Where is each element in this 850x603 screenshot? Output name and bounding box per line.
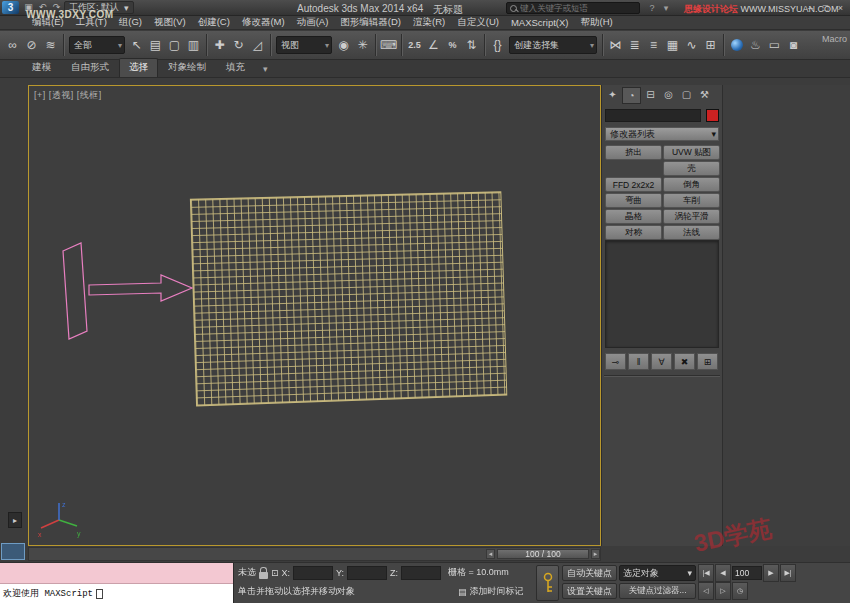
window-crossing-icon[interactable]: ▥ bbox=[184, 35, 203, 55]
scene-plane-object[interactable] bbox=[63, 243, 87, 339]
z-coordinate-field[interactable] bbox=[401, 566, 441, 580]
time-tag-group[interactable]: ▤ 添加时间标记 bbox=[458, 584, 524, 599]
tab-object-paint[interactable]: 对象绘制 bbox=[158, 58, 216, 77]
frame-back-icon[interactable]: ◂ bbox=[486, 549, 495, 559]
modifier-button-lathe[interactable]: 车削 bbox=[663, 193, 720, 208]
object-name-field[interactable] bbox=[605, 109, 701, 122]
select-and-rotate-icon[interactable]: ↻ bbox=[229, 35, 248, 55]
scene-arrow-object[interactable] bbox=[89, 275, 192, 301]
minimize-button[interactable]: – bbox=[803, 1, 818, 14]
select-and-scale-icon[interactable]: ◿ bbox=[248, 35, 267, 55]
menu-views[interactable]: 视图(V) bbox=[148, 16, 192, 29]
spinner-snap-icon[interactable]: ⇅ bbox=[462, 35, 481, 55]
curve-editor-icon[interactable]: ∿ bbox=[682, 35, 701, 55]
unlink-selection-icon[interactable]: ⊘ bbox=[22, 35, 41, 55]
listener-input-line[interactable]: 欢迎使用 MAXScript bbox=[0, 584, 233, 603]
modify-tab-icon[interactable]: ◔ bbox=[622, 87, 641, 104]
menu-group[interactable]: 组(G) bbox=[113, 16, 148, 29]
maxscript-mini-listener[interactable]: 欢迎使用 MAXScript bbox=[0, 563, 234, 603]
render-production-icon[interactable]: ◙ bbox=[784, 35, 803, 55]
go-to-end-icon[interactable]: ▶| bbox=[780, 564, 796, 582]
modifier-button-shell[interactable]: 壳 bbox=[663, 161, 720, 176]
time-slider-track[interactable]: ◂ 100 / 100 ▸ bbox=[28, 547, 601, 561]
modifier-button-uvw-map[interactable]: UVW 贴图 bbox=[663, 145, 720, 160]
key-step-forward-icon[interactable]: ▷ bbox=[715, 582, 731, 600]
perspective-viewport[interactable]: [+] [透视] [线框] x y z bbox=[28, 85, 601, 546]
set-key-mode-button[interactable]: 设置关键点 bbox=[562, 583, 617, 599]
selection-lock-icon[interactable] bbox=[259, 572, 268, 579]
angle-snap-icon[interactable]: ∠ bbox=[424, 35, 443, 55]
menu-graph-editors[interactable]: 图形编辑器(D) bbox=[334, 16, 407, 29]
menu-modifiers[interactable]: 修改器(M) bbox=[236, 16, 291, 29]
viewport-layout-tab[interactable] bbox=[1, 543, 25, 560]
edit-named-selection-sets-icon[interactable]: {} bbox=[488, 35, 507, 55]
make-unique-icon[interactable]: ∀ bbox=[651, 353, 672, 370]
align-icon[interactable]: ≣ bbox=[625, 35, 644, 55]
percent-snap-icon[interactable]: % bbox=[443, 35, 462, 55]
ribbon-minimize-icon[interactable]: ▾ bbox=[263, 64, 268, 77]
display-tab-icon[interactable]: ▢ bbox=[678, 87, 695, 102]
modifier-button-turbosmooth[interactable]: 涡轮平滑 bbox=[663, 209, 720, 224]
key-filters-button[interactable]: 关键点过滤器... bbox=[619, 583, 696, 599]
hierarchy-tab-icon[interactable]: ⊟ bbox=[642, 87, 659, 102]
previous-frame-icon[interactable]: ◀ bbox=[715, 564, 731, 582]
select-object-icon[interactable]: ↖ bbox=[127, 35, 146, 55]
modifier-button-symmetry[interactable]: 对称 bbox=[605, 225, 662, 240]
select-and-link-icon[interactable]: ∞ bbox=[3, 35, 22, 55]
infocenter-dropdown-icon[interactable]: ▾ bbox=[660, 3, 672, 13]
snap-toggle-icon[interactable]: 2.5 bbox=[405, 35, 424, 55]
x-coordinate-field[interactable] bbox=[293, 566, 333, 580]
tab-populate[interactable]: 填充 bbox=[216, 58, 255, 77]
reference-coordinate-combo[interactable]: 视图▾ bbox=[276, 36, 332, 54]
schematic-view-icon[interactable]: ⊞ bbox=[701, 35, 720, 55]
named-selection-sets-combo[interactable]: 创建选择集▾ bbox=[509, 36, 597, 54]
tab-modeling[interactable]: 建模 bbox=[22, 58, 61, 77]
menu-maxscript[interactable]: MAXScript(X) bbox=[505, 17, 575, 28]
show-end-result-icon[interactable]: ‖ bbox=[628, 353, 649, 370]
bind-to-space-warp-icon[interactable]: ≋ bbox=[41, 35, 60, 55]
menu-rendering[interactable]: 渲染(R) bbox=[407, 16, 451, 29]
selection-set-combo[interactable]: 选定对象 ▾ bbox=[619, 565, 696, 581]
layer-manager-icon[interactable]: ≡ bbox=[644, 35, 663, 55]
select-and-move-icon[interactable]: ✚ bbox=[210, 35, 229, 55]
use-pivot-center-icon[interactable]: ◉ bbox=[334, 35, 353, 55]
create-tab-icon[interactable]: ✦ bbox=[604, 87, 621, 102]
current-frame-field[interactable] bbox=[732, 566, 762, 580]
pin-stack-icon[interactable]: ⊸ bbox=[605, 353, 626, 370]
material-editor-icon[interactable] bbox=[727, 35, 746, 55]
key-step-back-icon[interactable]: ◁ bbox=[698, 582, 714, 600]
infocenter-search[interactable] bbox=[506, 2, 640, 14]
keyboard-shortcut-override-icon[interactable]: ⌨ bbox=[379, 35, 398, 55]
object-color-swatch[interactable] bbox=[706, 109, 719, 122]
go-to-start-icon[interactable]: |◀ bbox=[698, 564, 714, 582]
modifier-button-lattice[interactable]: 晶格 bbox=[605, 209, 662, 224]
absolute-mode-icon[interactable]: ⊡ bbox=[271, 568, 279, 578]
play-icon[interactable]: ▶ bbox=[763, 564, 779, 582]
select-by-name-icon[interactable]: ▤ bbox=[146, 35, 165, 55]
rendered-frame-window-icon[interactable]: ▭ bbox=[765, 35, 784, 55]
modifier-button-extrude[interactable]: 挤出 bbox=[605, 145, 662, 160]
menu-create[interactable]: 创建(C) bbox=[192, 16, 236, 29]
search-input[interactable] bbox=[520, 3, 632, 13]
menu-animation[interactable]: 动画(A) bbox=[291, 16, 335, 29]
toolbar-expander-button[interactable]: ▸ bbox=[8, 512, 22, 528]
graphite-ribbon-icon[interactable]: ▦ bbox=[663, 35, 682, 55]
selection-filter-combo[interactable]: 全部▾ bbox=[69, 36, 125, 54]
close-button[interactable]: × bbox=[833, 1, 848, 14]
menu-customize[interactable]: 自定义(U) bbox=[451, 16, 505, 29]
modifier-button-bevel[interactable]: 倒角 bbox=[663, 177, 720, 192]
app-logo-icon[interactable]: 3 bbox=[2, 1, 19, 14]
help-icon[interactable]: ? bbox=[646, 3, 658, 13]
time-configuration-icon[interactable]: ◷ bbox=[732, 582, 748, 600]
modifier-button-normal[interactable]: 法线 bbox=[663, 225, 720, 240]
y-coordinate-field[interactable] bbox=[347, 566, 387, 580]
modifier-list-dropdown[interactable]: 修改器列表 ▾ bbox=[605, 127, 719, 141]
menu-help[interactable]: 帮助(H) bbox=[574, 16, 618, 29]
time-slider-thumb[interactable]: 100 / 100 bbox=[497, 549, 589, 559]
auto-key-button[interactable]: 自动关键点 bbox=[562, 565, 617, 581]
mirror-icon[interactable]: ⋈ bbox=[606, 35, 625, 55]
selection-region-icon[interactable]: ▢ bbox=[165, 35, 184, 55]
modifier-button-ffd[interactable]: FFD 2x2x2 bbox=[605, 177, 662, 192]
tab-freeform[interactable]: 自由形式 bbox=[61, 58, 119, 77]
render-setup-icon[interactable]: ♨ bbox=[746, 35, 765, 55]
